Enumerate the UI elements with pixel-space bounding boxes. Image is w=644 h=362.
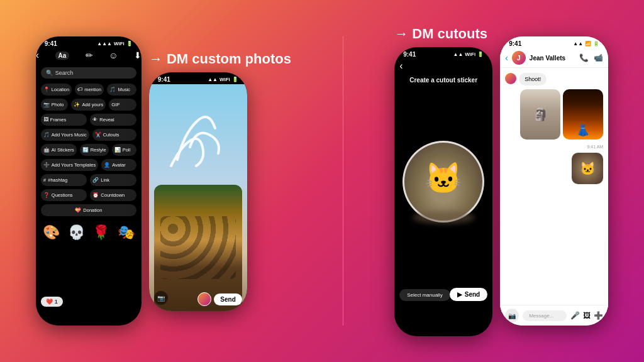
chat-timestamp: 9:41 AM <box>505 145 603 149</box>
story-toolbar: ‹ Aa ✏ ☺ ⬇ <box>36 48 142 65</box>
heart-reaction[interactable]: ❤️ 1 <box>41 297 63 307</box>
sticker-emoji-3[interactable]: 🌹 <box>92 224 109 241</box>
chat-image-group: 🗿 👗 <box>505 89 603 140</box>
status-bar-sticker: 9:41 ▲▲▲WiFi🔋 <box>36 36 142 48</box>
chat-user-name: Jean Vallets <box>530 55 575 62</box>
sticker-donation[interactable]: 💝 Donation <box>41 204 136 216</box>
photo-content <box>149 84 247 311</box>
cutout-back-icon[interactable]: ‹ <box>399 60 402 72</box>
sticker-countdown[interactable]: ⏰ Countdown <box>90 189 136 201</box>
sticker-ai[interactable]: 🤖 AI Stickers <box>41 144 77 156</box>
add-icon[interactable]: ➕ <box>594 311 603 320</box>
download-icon[interactable]: ⬇ <box>134 50 142 60</box>
search-placeholder: Search <box>55 70 74 76</box>
sticker-music[interactable]: 🎵 Music <box>107 84 136 96</box>
chat-back-button[interactable]: ‹ <box>505 53 508 63</box>
hand-drawing <box>158 97 240 178</box>
sticker-restyle[interactable]: 🔄 Restyle <box>80 144 109 156</box>
status-icons-dm: ▲▲WiFi🔋 <box>208 77 238 82</box>
status-icons-chat: ▲▲📶🔋 <box>573 41 599 47</box>
section1-label-text: → DM custom photos <box>149 51 291 67</box>
section-dm-photos: 9:41 ▲▲▲WiFi🔋 ‹ Aa ✏ ☺ ⬇ 🔍 Search <box>36 36 291 326</box>
video-call-icon[interactable]: 📹 <box>594 53 603 62</box>
sticker-photo[interactable]: 📷 Photo <box>41 99 69 111</box>
phone-sticker-menu: 9:41 ▲▲▲WiFi🔋 ‹ Aa ✏ ☺ ⬇ 🔍 Search <box>36 36 142 326</box>
status-bar-dm: 9:41 ▲▲WiFi🔋 <box>149 72 247 84</box>
message-placeholder: Message... <box>529 313 553 319</box>
countdown-icon: ⏰ <box>92 192 99 198</box>
chat-right-icons: 🎤 🖼 ➕ <box>570 311 603 320</box>
sticker-gif[interactable]: GIF <box>109 99 136 111</box>
select-manually-button[interactable]: Select manually <box>399 289 450 301</box>
reaction-count: 1 <box>55 299 58 305</box>
sender-avatar <box>505 73 516 84</box>
sticker-add-yours-music-label: Add Yours Music <box>52 132 87 138</box>
questions-icon: ❓ <box>43 192 50 198</box>
section-dm-photos-label: → DM custom photos <box>149 51 291 67</box>
sticker-mention[interactable]: 🏷 mention <box>75 84 104 96</box>
photo-icon[interactable]: 🖼 <box>583 311 591 320</box>
send-button-dm[interactable]: Send <box>214 293 242 305</box>
chat-image-statue: 🗿 <box>520 89 560 140</box>
sticker-add-yours-music[interactable]: 🎵 Add Yours Music <box>41 129 89 141</box>
cutout-nav: ‹ <box>394 59 492 73</box>
sticker-location[interactable]: 📍 Location <box>41 84 72 96</box>
sticker-avatar[interactable]: 👤 Avatar <box>101 159 136 171</box>
status-time-dm: 9:41 <box>158 76 170 83</box>
status-bar-chat: 9:41 ▲▲📶🔋 <box>500 36 608 48</box>
sticker-donation-label: Donation <box>83 207 102 213</box>
back-chevron-icon[interactable]: ‹ <box>36 50 39 61</box>
send-label-cutout: Send <box>465 291 480 298</box>
send-button-cutout[interactable]: ▶ Send <box>450 288 487 301</box>
sticker-link-label: Link <box>101 177 109 183</box>
sticker-mention-label: mention <box>84 87 101 92</box>
send-arrow-icon: ▶ <box>457 291 462 298</box>
ai-icon: 🤖 <box>43 147 50 153</box>
cushion-shadow <box>413 211 475 224</box>
message-input[interactable]: Message... <box>523 310 567 321</box>
text-tool-button[interactable]: Aa <box>55 52 70 60</box>
sticker-emoji-2[interactable]: 💀 <box>68 224 85 241</box>
section-dm-photos-label-block: → DM custom photos 9:41 ▲▲WiFi🔋 ‹ Aa ✏ <box>149 51 291 311</box>
phone-dm-photos: 9:41 ▲▲WiFi🔋 ‹ Aa ✏ ☺ ⬇ <box>149 72 247 311</box>
phone-call-icon[interactable]: 📞 <box>579 53 589 62</box>
status-time-sticker: 9:41 <box>45 40 57 47</box>
camera-icon[interactable]: 📷 <box>154 291 168 305</box>
sticker-hashtag-label: #hashtag <box>48 177 67 183</box>
chat-messages: Shoot! 🗿 👗 9:41 AM 🐱 <box>500 68 608 313</box>
draw-icon[interactable]: ✏ <box>86 50 93 60</box>
status-icons-sticker: ▲▲▲WiFi🔋 <box>97 41 133 47</box>
sticker-questions-label: Questions <box>52 192 73 198</box>
sticker-photo-label: Photo <box>52 102 64 107</box>
gif-icon: GIF <box>111 102 119 107</box>
chat-image-dress: 👗 <box>563 89 603 140</box>
camera-button[interactable]: 📷 <box>505 309 519 322</box>
sticker-frames[interactable]: 🖼 Frames <box>41 114 87 126</box>
sticker-link[interactable]: 🔗 Link <box>90 174 136 186</box>
sticker-search-bar[interactable]: 🔍 Search <box>41 67 136 79</box>
sticker-ai-label: AI Stickers <box>52 147 74 153</box>
sticker-cutouts[interactable]: ✂️ Cutouts <box>92 129 136 141</box>
chat-header: ‹ J Jean Vallets 📞 📹 <box>500 48 608 68</box>
sticker-reveal[interactable]: 👁 Reveal <box>90 114 136 126</box>
status-time-chat: 9:41 <box>509 40 521 47</box>
sticker-questions[interactable]: ❓ Questions <box>41 189 87 201</box>
sticker-emoji-1[interactable]: 🎨 <box>43 224 60 241</box>
sticker-templates[interactable]: ➕ Add Yours Templates <box>41 159 98 171</box>
mic-icon[interactable]: 🎤 <box>570 311 580 320</box>
templates-icon: ➕ <box>43 162 50 168</box>
sticker-row-6: ➕ Add Yours Templates 👤 Avatar <box>41 159 136 171</box>
sticker-add-yours[interactable]: ✨ Add yours <box>71 99 106 111</box>
sticker-hashtag[interactable]: # #hashtag <box>41 174 87 186</box>
sticker-templates-label: Add Yours Templates <box>52 162 96 168</box>
sticker-icon[interactable]: ☺ <box>109 50 118 60</box>
sticker-location-label: Location <box>52 87 69 92</box>
sticker-row-1: 📍 Location 🏷 mention 🎵 Music <box>41 84 136 96</box>
sticker-countdown-label: Countdown <box>101 192 125 198</box>
phone-cutout: 9:41 ▲▲WiFi🔋 ‹ Create a cutout sticker <box>394 47 492 336</box>
status-time-cutout: 9:41 <box>403 51 416 58</box>
sticker-panel: 🔍 Search 📍 Location 🏷 mention 🎵 <box>36 65 142 246</box>
link-icon: 🔗 <box>92 177 99 183</box>
sticker-emoji-4[interactable]: 🎭 <box>118 224 135 241</box>
sticker-poll[interactable]: 📊 Poll <box>112 144 136 156</box>
